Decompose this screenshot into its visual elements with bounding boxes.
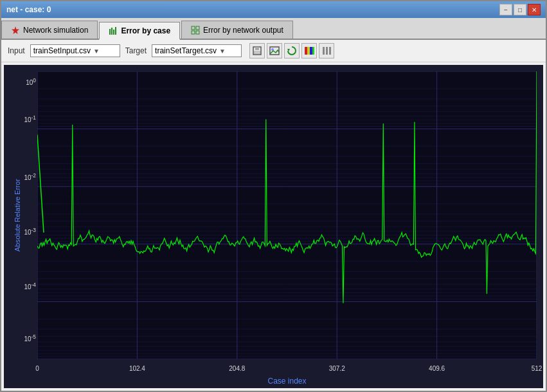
svg-rect-1 — [109, 29, 111, 35]
refresh-icon — [287, 46, 297, 56]
svg-rect-21 — [329, 47, 331, 55]
image-icon — [269, 46, 280, 56]
title-bar: net - case: 0 − □ ✕ — [1, 1, 546, 18]
target-label: Target — [125, 46, 147, 55]
x-tick-3: 307.2 — [329, 365, 345, 372]
svg-rect-3 — [113, 30, 114, 35]
chart-area: Absolute Relative Error 100 10-1 10-2 10… — [4, 65, 543, 388]
svg-rect-18 — [312, 47, 314, 55]
x-tick-1: 102.4 — [129, 365, 145, 372]
svg-marker-0 — [12, 26, 19, 34]
target-dropdown-arrow: ▼ — [219, 48, 226, 55]
y-tick-1: 10-1 — [24, 114, 36, 123]
y-axis-ticks: 100 10-1 10-2 10-3 10-4 10-5 — [18, 71, 36, 359]
svg-rect-6 — [196, 26, 199, 30]
x-tick-0: 0 — [35, 365, 39, 372]
save-icon — [252, 46, 262, 56]
x-tick-5: 512 — [532, 365, 543, 372]
chart-canvas — [37, 71, 537, 359]
grid-icon — [191, 26, 200, 35]
tab-bar: Network simulation Error by case Error b… — [1, 18, 546, 40]
toolbar: Input trainSetInput.csv ▼ Target trainSe… — [1, 40, 546, 62]
bar-icon-btn[interactable] — [319, 43, 334, 58]
svg-rect-16 — [307, 47, 310, 55]
svg-rect-15 — [305, 47, 307, 55]
x-tick-2: 204.8 — [229, 365, 245, 372]
maximize-button[interactable]: □ — [514, 4, 526, 15]
y-tick-5: 10-5 — [24, 334, 36, 343]
input-label: Input — [8, 46, 25, 55]
svg-rect-11 — [254, 51, 260, 54]
minimize-button[interactable]: − — [499, 4, 512, 15]
svg-rect-19 — [323, 47, 325, 55]
main-window: net - case: 0 − □ ✕ Network simulation E… — [0, 0, 547, 392]
toolbar-icons — [249, 43, 334, 58]
tab-network-simulation[interactable]: Network simulation — [1, 21, 98, 39]
y-tick-3: 10-3 — [24, 227, 36, 236]
svg-rect-4 — [115, 27, 116, 35]
color-icon — [304, 46, 314, 56]
svg-rect-17 — [310, 47, 312, 55]
target-dropdown-value: trainSetTarget.csv — [155, 46, 217, 55]
close-button[interactable]: ✕ — [528, 4, 541, 15]
tab-error-by-case-label: Error by case — [121, 26, 170, 35]
tab-error-by-output[interactable]: Error by network output — [181, 21, 293, 39]
svg-rect-5 — [192, 26, 195, 30]
svg-rect-2 — [111, 28, 112, 35]
svg-rect-7 — [192, 31, 195, 34]
color-icon-btn[interactable] — [301, 43, 317, 58]
y-tick-4: 10-4 — [24, 281, 36, 290]
x-axis-ticks: 0 102.4 204.8 307.2 409.6 512 — [37, 365, 537, 375]
tab-error-by-output-label: Error by network output — [203, 26, 283, 35]
x-tick-4: 409.6 — [429, 365, 445, 372]
tab-network-simulation-label: Network simulation — [23, 26, 88, 35]
svg-rect-8 — [196, 31, 199, 34]
bar-icon — [321, 46, 332, 56]
svg-rect-10 — [255, 47, 259, 50]
input-dropdown-arrow: ▼ — [93, 48, 100, 55]
title-bar-controls: − □ ✕ — [499, 4, 541, 15]
image-icon-btn[interactable] — [267, 43, 282, 58]
svg-rect-20 — [326, 47, 328, 55]
chart-icon — [109, 26, 118, 35]
refresh-icon-btn[interactable] — [284, 43, 300, 58]
y-tick-2: 10-2 — [24, 172, 36, 181]
target-dropdown[interactable]: trainSetTarget.csv ▼ — [152, 44, 242, 57]
star-icon — [11, 26, 20, 35]
input-dropdown[interactable]: trainSetInput.csv ▼ — [30, 44, 120, 57]
input-dropdown-value: trainSetInput.csv — [33, 46, 91, 55]
x-axis-label: Case index — [267, 377, 306, 386]
tab-error-by-case[interactable]: Error by case — [99, 22, 180, 40]
window-title: net - case: 0 — [6, 5, 51, 14]
save-icon-btn[interactable] — [249, 43, 265, 58]
y-tick-0: 100 — [26, 77, 36, 86]
